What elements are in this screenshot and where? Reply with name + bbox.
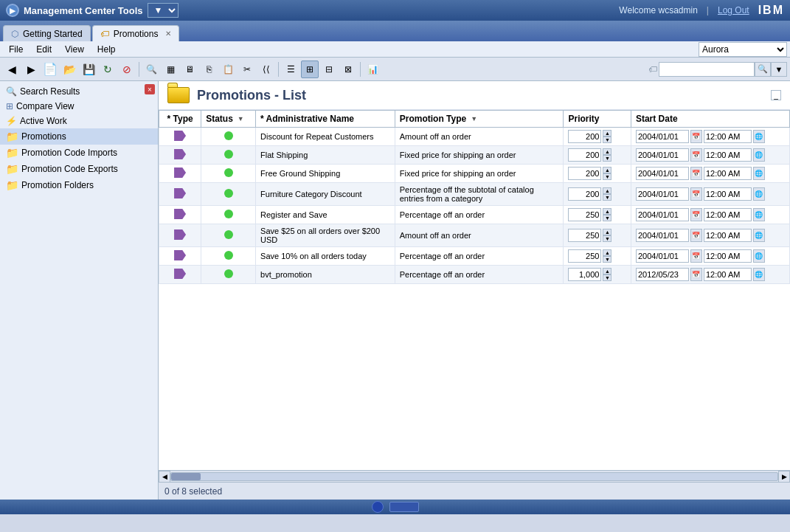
paste-button[interactable]: 📋 [219, 61, 237, 78]
cell-start-date[interactable]: 📅 🌐 [631, 266, 789, 284]
save-button[interactable]: 💾 [80, 61, 97, 78]
cell-start-date[interactable]: 📅 🌐 [631, 224, 789, 247]
sidebar-item-promo-folders[interactable]: 📁 Promotion Folders [0, 177, 158, 193]
priority-input[interactable] [568, 130, 601, 143]
timezone-button[interactable]: 🌐 [753, 249, 765, 263]
menu-file[interactable]: File [3, 43, 29, 56]
table-view-button[interactable]: ▦ [162, 61, 179, 78]
table-row[interactable]: Furniture Category DiscountPercentage of… [159, 183, 790, 206]
table-row[interactable]: Discount for Repeat CustomersAmount off … [159, 128, 790, 146]
timezone-button[interactable]: 🌐 [753, 268, 765, 281]
scroll-left-button[interactable]: ◀ [159, 471, 170, 483]
store-dropdown[interactable]: Aurora [699, 42, 787, 57]
menu-help[interactable]: Help [91, 43, 122, 56]
calendar-button[interactable]: 📅 [690, 167, 702, 180]
cell-start-date[interactable]: 📅 🌐 [631, 165, 789, 183]
priority-down[interactable]: ▼ [603, 235, 611, 242]
priority-up[interactable]: ▲ [603, 130, 611, 137]
sidebar-item-promo-code-exports[interactable]: 📁 Promotion Code Exports [0, 161, 158, 177]
list-view-button[interactable]: ☰ [282, 61, 299, 78]
calendar-button[interactable]: 📅 [690, 268, 702, 281]
priority-input[interactable] [568, 268, 601, 281]
menu-edit[interactable]: Edit [30, 43, 58, 56]
search-dropdown-button[interactable]: ▼ [771, 62, 787, 77]
cut-button[interactable]: ✂ [238, 61, 256, 78]
cell-start-date[interactable]: 📅 🌐 [631, 128, 789, 146]
monitor-button[interactable]: 🖥 [181, 61, 198, 78]
tab-getting-started[interactable]: ⬡ Getting Started [3, 25, 91, 41]
cell-start-date[interactable]: 📅 🌐 [631, 247, 789, 266]
calendar-button[interactable]: 📅 [690, 148, 702, 162]
priority-input[interactable] [568, 249, 601, 263]
th-status[interactable]: Status ▼ [201, 111, 256, 128]
start-time-input[interactable] [704, 268, 752, 281]
scroll-right-button[interactable]: ▶ [778, 471, 790, 483]
calendar-button[interactable]: 📅 [690, 187, 702, 201]
start-time-input[interactable] [704, 148, 752, 162]
forward-button[interactable]: ▶ [22, 61, 40, 78]
start-date-input[interactable] [636, 249, 689, 263]
start-time-input[interactable] [704, 208, 752, 221]
priority-down[interactable]: ▼ [603, 256, 611, 263]
start-date-input[interactable] [636, 187, 689, 201]
new-button[interactable]: 📄 [41, 61, 59, 78]
calendar-button[interactable]: 📅 [690, 208, 702, 221]
priority-up[interactable]: ▲ [603, 208, 611, 215]
chart-button[interactable]: 📊 [364, 61, 381, 78]
table-row[interactable]: Save $25 on all orders over $200 USDAmou… [159, 224, 790, 247]
move-left-button[interactable]: ⟨⟨ [257, 61, 275, 78]
timezone-button[interactable]: 🌐 [753, 148, 765, 162]
tab-promotions-close[interactable]: ✕ [165, 30, 171, 38]
stop-button[interactable]: ⊘ [118, 61, 136, 78]
table-row[interactable]: Register and SavePercentage off an order… [159, 206, 790, 224]
footer-center-button[interactable] [389, 502, 419, 512]
scroll-track[interactable] [170, 472, 778, 481]
start-time-input[interactable] [704, 130, 752, 143]
priority-up[interactable]: ▲ [603, 268, 611, 274]
cell-priority[interactable]: ▲ ▼ [564, 266, 631, 284]
timezone-button[interactable]: 🌐 [753, 208, 765, 221]
logout-button[interactable]: Log Out [718, 5, 749, 15]
calendar-button[interactable]: 📅 [690, 249, 702, 263]
timezone-button[interactable]: 🌐 [753, 167, 765, 180]
cell-priority[interactable]: ▲ ▼ [564, 183, 631, 206]
cell-priority[interactable]: ▲ ▼ [564, 206, 631, 224]
priority-input[interactable] [568, 208, 601, 221]
open-button[interactable]: 📂 [60, 61, 78, 78]
copy-button[interactable]: ⎘ [200, 61, 218, 78]
scroll-thumb[interactable] [171, 473, 201, 480]
cell-start-date[interactable]: 📅 🌐 [631, 206, 789, 224]
calendar-button[interactable]: 📅 [690, 130, 702, 143]
sidebar-item-promotions[interactable]: 📁 Promotions [0, 128, 158, 145]
cell-priority[interactable]: ▲ ▼ [564, 165, 631, 183]
start-date-input[interactable] [636, 229, 689, 242]
app-dropdown[interactable]: ▼ [148, 3, 179, 18]
sidebar-item-active-work[interactable]: ⚡ Active Work [0, 114, 158, 128]
tab-promotions[interactable]: 🏷 Promotions ✕ [92, 25, 180, 41]
priority-down[interactable]: ▼ [603, 173, 611, 180]
sidebar-close-button[interactable]: × [145, 84, 155, 94]
priority-input[interactable] [568, 148, 601, 162]
cell-priority[interactable]: ▲ ▼ [564, 247, 631, 266]
search-button[interactable]: 🔍 [755, 62, 771, 77]
priority-input[interactable] [568, 229, 601, 242]
find-button[interactable]: 🔍 [142, 61, 160, 78]
timezone-button[interactable]: 🌐 [753, 229, 765, 242]
table-row[interactable]: Save 10% on all orders todayPercentage o… [159, 247, 790, 266]
priority-down[interactable]: ▼ [603, 274, 611, 281]
priority-input[interactable] [568, 187, 601, 201]
cell-priority[interactable]: ▲ ▼ [564, 128, 631, 146]
cell-start-date[interactable]: 📅 🌐 [631, 183, 789, 206]
priority-up[interactable]: ▲ [603, 249, 611, 256]
start-date-input[interactable] [636, 148, 689, 162]
start-time-input[interactable] [704, 187, 752, 201]
priority-input[interactable] [568, 167, 601, 180]
grid-view-button[interactable]: ⊞ [301, 61, 319, 78]
sidebar-item-compare-view[interactable]: ⊞ Compare View [0, 99, 158, 114]
start-date-input[interactable] [636, 268, 689, 281]
priority-up[interactable]: ▲ [603, 187, 611, 194]
refresh-button[interactable]: ↻ [99, 61, 117, 78]
sidebar-item-search-results[interactable]: 🔍 Search Results [0, 84, 158, 99]
cell-priority[interactable]: ▲ ▼ [564, 224, 631, 247]
table-row[interactable]: bvt_promotionPercentage off an order ▲ ▼… [159, 266, 790, 284]
